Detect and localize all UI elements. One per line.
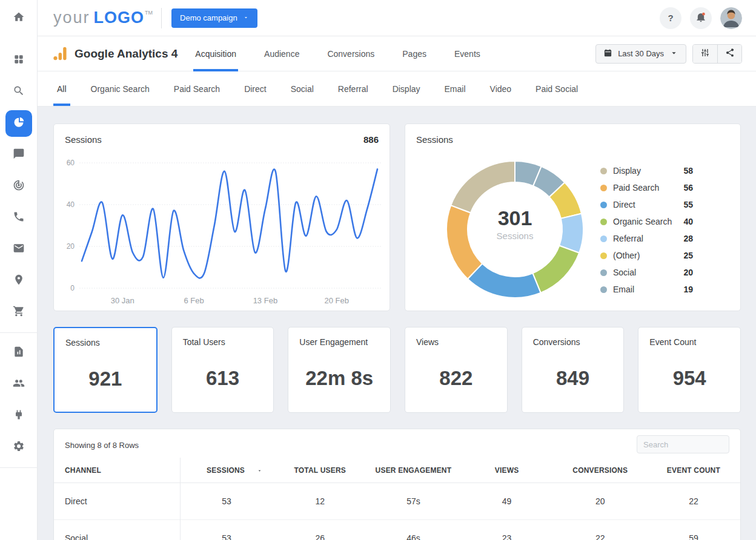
kpi-card-user-engagement[interactable]: User Engagement22m 8s — [288, 327, 391, 413]
phone-icon — [13, 211, 25, 225]
legend-value: 56 — [683, 183, 693, 193]
channel-tab-paid-social[interactable]: Paid Social — [532, 71, 582, 106]
date-range-button[interactable]: Last 30 Days — [595, 44, 686, 64]
column-header-sessions[interactable]: Sessions — [180, 466, 273, 475]
legend-color-dot — [600, 202, 607, 208]
help-button[interactable]: ? — [660, 7, 681, 29]
sidebar-item-search[interactable] — [5, 79, 32, 105]
tab-pages[interactable]: Pages — [400, 36, 428, 71]
kpi-card-total-users[interactable]: Total Users613 — [171, 327, 274, 413]
legend-item[interactable]: Social20 — [600, 264, 693, 281]
legend-color-dot — [600, 185, 607, 191]
sidebar-item-reports[interactable] — [5, 110, 32, 137]
legend-label: Paid Search — [613, 183, 659, 193]
sidebar-item-home[interactable] — [5, 5, 32, 31]
sidebar-item-email[interactable] — [5, 236, 32, 263]
legend-item[interactable]: Display58 — [600, 162, 693, 179]
chevron-down-icon — [669, 48, 678, 59]
plug-icon — [13, 409, 25, 423]
kpi-card-conversions[interactable]: Conversions849 — [522, 327, 625, 413]
tab-conversions[interactable]: Conversions — [325, 36, 376, 71]
share-icon — [725, 48, 735, 59]
notifications-button[interactable] — [690, 7, 712, 29]
sidebar-item-ecommerce[interactable] — [5, 299, 32, 326]
legend-item[interactable]: Paid Search56 — [600, 179, 693, 196]
legend-value: 40 — [683, 217, 693, 226]
sliders-icon — [700, 48, 710, 59]
date-range-label: Last 30 Days — [618, 49, 664, 58]
sidebar-item-integrations[interactable] — [5, 403, 32, 429]
kpi-label: Sessions — [65, 338, 100, 347]
kpi-card-views[interactable]: Views822 — [405, 327, 508, 413]
sidebar-item-chat[interactable] — [5, 142, 32, 168]
column-header-views[interactable]: Views — [460, 466, 554, 475]
table-header-row: ChannelSessionsTotal UsersUser Engagemen… — [54, 458, 740, 483]
kpi-value: 921 — [55, 367, 156, 391]
channel-tab-paid-search[interactable]: Paid Search — [170, 71, 224, 106]
sidebar-item-audience[interactable] — [5, 371, 32, 398]
logo-text-gray: your — [53, 8, 90, 27]
app-logo[interactable]: your LOGO TM — [53, 8, 153, 27]
sidebar-item-locations[interactable] — [5, 268, 32, 294]
sidebar-item-apps[interactable] — [5, 47, 32, 74]
svg-text:60: 60 — [67, 159, 75, 167]
filters-button[interactable] — [693, 45, 717, 63]
legend-label: Display — [613, 166, 641, 176]
sort-caret-icon[interactable] — [257, 466, 262, 475]
column-header-conversions[interactable]: Conversions — [554, 466, 647, 475]
search-icon — [13, 85, 25, 99]
legend-item[interactable]: Organic Search40 — [600, 213, 693, 230]
channel-tab-email[interactable]: Email — [441, 71, 469, 106]
cart-icon — [13, 305, 25, 320]
table-row-direct[interactable]: Direct531257s492022 — [54, 483, 740, 520]
svg-text:13 Feb: 13 Feb — [253, 296, 277, 305]
channel-filter-tabs: AllOrganic SearchPaid SearchDirectSocial… — [38, 71, 756, 107]
kpi-value: 22m 8s — [288, 366, 390, 390]
sidebar-item-documents[interactable] — [5, 340, 32, 366]
share-button[interactable] — [717, 45, 741, 63]
sidebar-divider — [0, 467, 38, 468]
chart-title: Sessions — [416, 134, 453, 145]
column-header-event-count[interactable]: Event Count — [647, 466, 740, 475]
users-icon — [13, 377, 25, 392]
legend-value: 20 — [683, 268, 693, 277]
svg-text:0: 0 — [70, 284, 75, 292]
user-avatar[interactable] — [720, 7, 742, 29]
legend-label: Referral — [613, 234, 643, 243]
column-header-user-engagement[interactable]: User Engagement — [366, 466, 460, 475]
kpi-value: 613 — [172, 366, 274, 390]
tab-events[interactable]: Events — [453, 36, 482, 71]
channel-tab-display[interactable]: Display — [389, 71, 424, 106]
channel-tab-social[interactable]: Social — [287, 71, 317, 106]
tab-audience[interactable]: Audience — [262, 36, 301, 71]
question-mark-icon: ? — [668, 13, 673, 23]
legend-value: 25 — [683, 251, 693, 260]
pie-chart-icon — [13, 116, 25, 131]
legend-item[interactable]: Email19 — [600, 281, 693, 298]
legend-item[interactable]: Direct55 — [600, 196, 693, 213]
kpi-card-event-count[interactable]: Event Count954 — [638, 327, 741, 413]
column-header-total-users[interactable]: Total Users — [273, 466, 366, 475]
channel-tab-video[interactable]: Video — [486, 71, 516, 106]
report-tabs: AcquisitionAudienceConversionsPagesEvent… — [193, 36, 506, 71]
sidebar-item-settings[interactable] — [5, 434, 32, 461]
tab-acquisition[interactable]: Acquisition — [193, 36, 238, 71]
legend-item[interactable]: Referral28 — [600, 230, 693, 247]
channel-tab-referral[interactable]: Referral — [334, 71, 372, 106]
sidebar-item-campaigns[interactable] — [5, 173, 32, 200]
channel-tab-direct[interactable]: Direct — [240, 71, 270, 106]
cell-value: 22 — [647, 496, 740, 506]
kpi-card-sessions[interactable]: Sessions921 — [53, 327, 158, 413]
channel-tab-organic-search[interactable]: Organic Search — [87, 71, 153, 106]
google-analytics-icon — [53, 47, 67, 61]
sidebar-item-calls[interactable] — [5, 205, 32, 231]
column-header-channel[interactable]: Channel — [54, 466, 180, 475]
chat-icon — [13, 148, 25, 162]
legend-item[interactable]: (Other)25 — [600, 247, 693, 264]
campaign-selector-button[interactable]: Demo campaign — [171, 8, 257, 28]
table-search-input[interactable] — [637, 435, 729, 453]
table-column-divider — [180, 458, 181, 540]
table-row-count: Showing 8 of 8 Rows — [65, 441, 139, 450]
channel-tab-all[interactable]: All — [53, 71, 70, 106]
table-row-social[interactable]: Social532646s232259 — [54, 520, 740, 540]
